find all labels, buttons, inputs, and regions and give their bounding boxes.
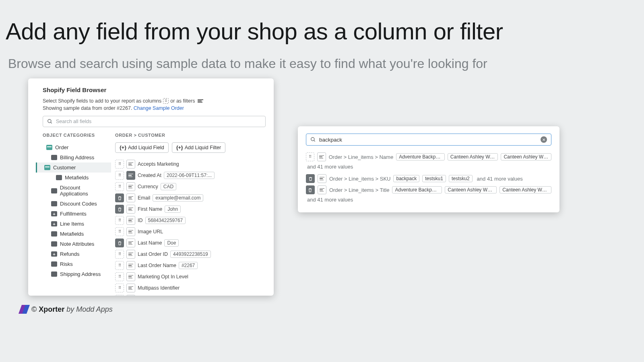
add-filter-button[interactable] [126, 160, 135, 169]
category-item[interactable]: Customer [36, 162, 111, 173]
search-results-panel: ✕ ⠿Order > Line_items > NameAdventure Ba… [298, 126, 559, 212]
add-liquid-field-button[interactable]: {+}Add Liquid Field [115, 142, 169, 153]
folder-open-icon [44, 165, 50, 170]
folder-open-icon [46, 145, 52, 150]
category-item[interactable]: +Line Items [43, 219, 111, 229]
add-filter-button[interactable] [126, 216, 135, 225]
add-column-button[interactable]: ⠿ [115, 284, 124, 292]
field-value-pill: 5684342259767 [145, 217, 186, 224]
add-filter-button[interactable] [317, 152, 326, 161]
add-filter-button[interactable] [126, 193, 135, 202]
field-row: ⠿Last Order ID4493922238519 [115, 249, 266, 260]
result-path: Order > Line_items > SKU [329, 176, 390, 182]
add-filter-button[interactable] [126, 250, 135, 259]
result-value-pill: Canteen Ashley Wo... [500, 186, 551, 193]
add-filter-button[interactable] [126, 239, 135, 247]
change-sample-link[interactable]: Change Sample Order [134, 105, 184, 111]
search-input[interactable] [56, 119, 261, 124]
result-value-pill: testsku2 [449, 175, 473, 182]
field-row: Emailexample@email.com [115, 192, 266, 204]
add-filter-button[interactable] [126, 182, 135, 191]
add-column-button[interactable]: ⠿ [115, 160, 124, 169]
category-label: Risks [60, 261, 73, 267]
field-name: Currency [138, 184, 158, 189]
category-item[interactable]: +Refunds [43, 249, 111, 259]
result-path: Order > Line_items > Name [329, 154, 393, 160]
category-item[interactable]: Discount Applications [43, 183, 111, 199]
folder-icon [51, 201, 57, 206]
add-filter-button[interactable] [126, 171, 135, 180]
field-value-pill: example@email.com [153, 194, 203, 202]
add-column-button[interactable]: ⠿ [306, 152, 314, 161]
add-column-icon: ⠿ [163, 98, 169, 104]
field-row: ⠿Note [115, 294, 266, 296]
add-filter-button[interactable] [126, 227, 135, 236]
add-filter-button[interactable] [126, 272, 135, 281]
field-row: ⠿Image URL [115, 226, 266, 237]
category-item[interactable]: Metafields [43, 173, 111, 183]
category-label: Customer [53, 165, 76, 171]
remove-column-button[interactable] [115, 205, 124, 214]
field-name: Last Order Name [138, 263, 176, 268]
search-result-row: Order > Line_items > SKUbackpacktestsku1… [306, 173, 551, 184]
result-value-pill: Canteen Ashley Wo... [448, 153, 498, 160]
by-line: by Modd Apps [66, 305, 112, 313]
clear-search-button[interactable]: ✕ [541, 136, 547, 143]
browser-title: Shopify Field Browser [43, 86, 266, 93]
search-result-row: Order > Line_items > TitleAdventure Back… [306, 184, 551, 195]
add-column-button[interactable]: ⠿ [115, 216, 124, 225]
field-row: ⠿Last Order Name#2267 [115, 260, 266, 271]
add-filter-button[interactable] [126, 205, 135, 214]
category-item[interactable]: Order [43, 142, 111, 152]
search-icon [47, 119, 53, 124]
remove-column-button[interactable] [306, 174, 315, 183]
category-label: Fulfillments [60, 211, 87, 217]
svg-point-0 [48, 119, 51, 123]
add-column-button[interactable]: ⠿ [115, 182, 124, 191]
remove-column-button[interactable] [115, 193, 124, 202]
search-all-fields[interactable] [43, 116, 266, 127]
field-name: Created At [138, 173, 161, 178]
add-column-button[interactable]: ⠿ [115, 261, 124, 270]
browser-desc: Select Shopify fields to add to your rep… [43, 98, 266, 104]
category-label: Metafields [60, 231, 84, 237]
category-item[interactable]: Risks [43, 259, 111, 269]
field-row: ⠿Created At2022-06-09T11:57:... [115, 170, 266, 181]
add-filter-button[interactable] [126, 261, 135, 270]
field-name: Last Name [138, 240, 162, 246]
category-item[interactable]: Shipping Address [43, 269, 111, 279]
field-column: ORDER > CUSTOMER {+}Add Liquid Field {+}… [111, 133, 266, 296]
remove-column-button[interactable] [306, 185, 315, 194]
field-value-pill: Doe [164, 239, 179, 247]
add-filter-button[interactable] [318, 185, 326, 194]
add-column-button[interactable]: ⠿ [115, 295, 124, 296]
add-column-button[interactable]: ⠿ [115, 171, 124, 180]
product-name: Xporter [39, 305, 64, 313]
category-item[interactable]: Discount Codes [43, 199, 111, 209]
add-filter-button[interactable] [126, 295, 135, 296]
add-column-button[interactable]: ⠿ [115, 272, 124, 281]
search-input-value[interactable] [319, 137, 537, 143]
category-label: Discount Applications [60, 185, 109, 197]
category-label: Refunds [60, 251, 79, 257]
remove-column-button[interactable] [115, 239, 124, 247]
category-item[interactable]: Note Attributes [43, 239, 111, 249]
filter-icon [198, 99, 203, 103]
category-item[interactable]: Metafields [43, 229, 111, 239]
desc-text-b: or as filters [170, 98, 195, 104]
breadcrumb: ORDER > CUSTOMER [115, 133, 266, 138]
field-value-pill: CAD [161, 183, 176, 190]
page-subhead: Browse and search using sample data to m… [8, 56, 487, 71]
result-value-pill: Adventure Backpack [392, 186, 442, 193]
add-filter-button[interactable] [126, 284, 135, 292]
search-field-focused[interactable]: ✕ [306, 134, 551, 146]
folder-icon [51, 155, 57, 160]
add-column-button[interactable]: ⠿ [115, 250, 124, 259]
add-liquid-filter-button[interactable]: {+}Add Liquid Filter [172, 142, 225, 153]
footer: © Xporter by Modd Apps [20, 305, 113, 314]
add-filter-button[interactable] [318, 174, 326, 183]
folder-icon [56, 175, 62, 180]
add-column-button[interactable]: ⠿ [115, 227, 124, 236]
category-item[interactable]: Billing Address [43, 152, 111, 162]
category-item[interactable]: +Fulfillments [43, 209, 111, 219]
